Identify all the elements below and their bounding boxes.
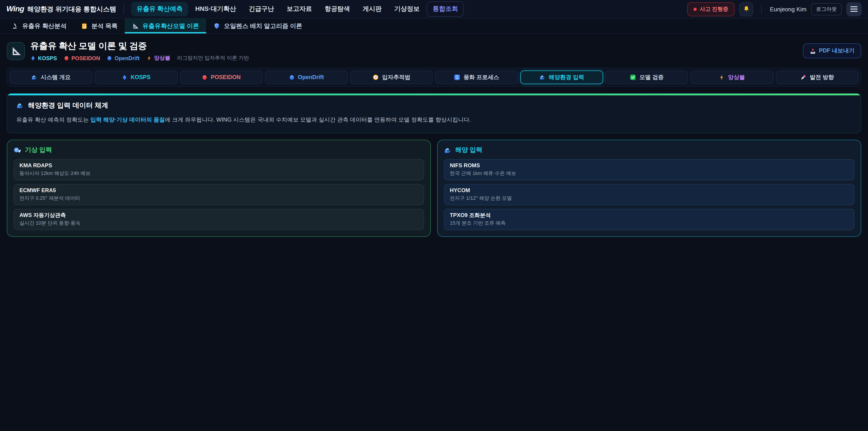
chip-label: POSEIDON bbox=[211, 74, 241, 81]
nav-item-integrated-search[interactable]: 통합조회 bbox=[427, 1, 464, 17]
section-chip-system-overview[interactable]: 시스템 개요 bbox=[9, 70, 92, 84]
tab-label: 분석 목록 bbox=[92, 22, 118, 30]
tab-analysis-list[interactable]: 분석 목록 bbox=[74, 19, 125, 33]
banner-text-post: 에 크게 좌우됩니다. WING 시스템은 국내외 수치예보 모델과 실시간 관… bbox=[165, 117, 471, 123]
tab-spill-analysis[interactable]: 유출유 확산분석 bbox=[4, 19, 74, 33]
section-chip-particle-tracking[interactable]: 입자추적법 bbox=[350, 70, 433, 84]
badge-kosps: KOSPS bbox=[30, 55, 57, 61]
incident-status-badge[interactable]: 사고 진행중 bbox=[687, 2, 735, 16]
list-item-ecmwf-era5: ECMWF ERA5 전지구 0.25° 재분석 데이터 bbox=[13, 184, 424, 205]
page-icon-box bbox=[7, 42, 25, 60]
tab-spill-model-theory[interactable]: 유출유확산모델 이론 bbox=[125, 19, 206, 33]
ocean-input-card: 해양 입력 NIFS ROMS 한국 근해 1km 해류·수온 예보 HYCOM… bbox=[437, 140, 861, 237]
nav-item-aerial-search[interactable]: 항공탐색 bbox=[319, 2, 355, 16]
list-item-nifs-roms: NIFS ROMS 한국 근해 1km 해류·수온 예보 bbox=[444, 159, 855, 181]
chip-label: OpenDrift bbox=[298, 74, 324, 81]
app-logo: Wing 해양환경 위기대응 통합시스템 bbox=[6, 4, 116, 13]
item-name: AWS 자동기상관측 bbox=[20, 212, 418, 219]
item-name: KMA RDAPS bbox=[20, 162, 418, 169]
tab-label: 오일펜스 배치 알고리즘 이론 bbox=[224, 22, 303, 30]
primary-nav: 유출유 확산예측 HNS·대기확산 긴급구난 보고자료 항공탐색 게시판 기상정… bbox=[131, 1, 464, 17]
nav-item-hns-diffusion[interactable]: HNS·대기확산 bbox=[190, 2, 241, 16]
banner-title: 해양환경 입력 데이터 체계 bbox=[28, 101, 108, 110]
list-item-tpxo9: TPXO9 조화분석 15개 분조 기반 조류 예측 bbox=[444, 209, 855, 230]
badge-opendrift: OpenDrift bbox=[107, 55, 140, 61]
ocean-card-title: 해양 입력 bbox=[455, 146, 483, 154]
page-header-text: 유출유 확산 모델 이론 및 검증 KOSPS POSEIDON OpenDri… bbox=[30, 40, 249, 62]
item-desc: 전지구 1/12° 해양 순환 모델 bbox=[450, 195, 848, 202]
section-chip-weathering-process[interactable]: 풍화 프로세스 bbox=[435, 70, 518, 84]
export-tray-icon bbox=[809, 48, 816, 54]
item-name: ECMWF ERA5 bbox=[20, 187, 418, 194]
item-name: HYCOM bbox=[450, 187, 848, 194]
pdf-export-button[interactable]: PDF 내보내기 bbox=[803, 43, 861, 58]
weather-items: KMA RDAPS 동아시아 12km 해상도·24h 예보 ECMWF ERA… bbox=[13, 159, 424, 230]
wave-icon bbox=[539, 74, 546, 81]
banner-text-pre: 유출유 확산 예측의 정확도는 bbox=[16, 117, 90, 123]
nav-item-oil-spill-prediction[interactable]: 유출유 확산예측 bbox=[131, 2, 188, 16]
diamond-icon bbox=[122, 74, 127, 80]
section-chip-model-validation[interactable]: 모델 검증 bbox=[605, 70, 688, 84]
section-nav: 시스템 개요 KOSPS POSEIDON OpenDrift 입자추적법 bbox=[7, 68, 861, 87]
logo-wordmark: Wing bbox=[6, 4, 24, 13]
check-icon bbox=[630, 74, 636, 81]
chip-label: 입자추적법 bbox=[382, 73, 410, 81]
section-chip-opendrift[interactable]: OpenDrift bbox=[265, 70, 348, 84]
section-chip-poseidon[interactable]: POSEIDON bbox=[180, 70, 263, 84]
blue-circle-icon bbox=[289, 74, 294, 80]
section-chip-future-direction[interactable]: 발전 방향 bbox=[776, 70, 859, 84]
list-item-hycom: HYCOM 전지구 1/12° 해양 순환 모델 bbox=[444, 184, 855, 205]
item-desc: 실시간 10분 단위 풍향·풍속 bbox=[20, 220, 418, 226]
lightning-icon bbox=[719, 74, 725, 80]
hamburger-icon bbox=[850, 8, 858, 9]
section-chip-ensemble[interactable]: 앙상블 bbox=[690, 70, 774, 84]
nav-item-reports[interactable]: 보고자료 bbox=[281, 2, 317, 16]
weather-card-title: 기상 입력 bbox=[25, 146, 52, 154]
weather-input-card: 기상 입력 KMA RDAPS 동아시아 12km 해상도·24h 예보 ECM… bbox=[7, 140, 431, 237]
badge-poseidon: POSEIDON bbox=[64, 55, 100, 61]
badge-ensemble: 앙상블 bbox=[146, 54, 170, 62]
nav-item-board[interactable]: 게시판 bbox=[357, 2, 387, 16]
wave-icon bbox=[444, 147, 452, 154]
banner-description: 유출유 확산 예측의 정확도는 입력 해양·기상 데이터의 품질에 크게 좌우됩… bbox=[16, 116, 852, 125]
incident-dot-icon bbox=[693, 7, 696, 11]
tab-oil-fence-algorithm[interactable]: 오일펜스 배치 알고리즘 이론 bbox=[206, 19, 310, 33]
chip-label: 앙상블 bbox=[728, 73, 745, 81]
divider bbox=[761, 4, 762, 13]
notifications-button[interactable] bbox=[739, 2, 753, 16]
logout-button[interactable]: 로그아웃 bbox=[811, 3, 842, 15]
item-desc: 전지구 0.25° 재분석 데이터 bbox=[20, 195, 418, 202]
nav-item-weather-info[interactable]: 기상정보 bbox=[389, 2, 425, 16]
triangle-ruler-icon bbox=[132, 23, 139, 29]
tab-label: 유출유확산모델 이론 bbox=[143, 22, 199, 30]
badge-label: OpenDrift bbox=[115, 55, 140, 61]
item-desc: 한국 근해 1km 해류·수온 예보 bbox=[450, 171, 848, 177]
item-name: TPXO9 조화분석 bbox=[450, 212, 848, 219]
user-name: Eunjeong Kim bbox=[770, 6, 807, 12]
section-chip-kosps[interactable]: KOSPS bbox=[95, 70, 178, 84]
clipboard-icon bbox=[81, 23, 88, 29]
topbar-right-group: 사고 진행중 Eunjeong Kim 로그아웃 bbox=[687, 2, 862, 16]
incident-label: 사고 진행중 bbox=[700, 5, 728, 13]
page-subtitle-note: 라그랑지안 입자추적 이론 기반 bbox=[177, 55, 249, 61]
lightning-icon bbox=[146, 55, 152, 61]
red-circle-icon bbox=[202, 74, 208, 80]
page-header: 유출유 확산 모델 이론 및 검증 KOSPS POSEIDON OpenDri… bbox=[7, 40, 861, 62]
section-chip-marine-env-input[interactable]: 해양환경 입력 bbox=[520, 70, 603, 84]
chip-label: 발전 방향 bbox=[810, 73, 834, 81]
chip-label: 해양환경 입력 bbox=[549, 73, 584, 81]
tab-label: 유출유 확산분석 bbox=[22, 22, 67, 30]
item-name: NIFS ROMS bbox=[450, 162, 848, 169]
badge-label: KOSPS bbox=[38, 55, 57, 61]
triangle-ruler-icon bbox=[10, 45, 21, 56]
rocket-icon bbox=[800, 74, 807, 81]
pdf-export-label: PDF 내보내기 bbox=[819, 47, 855, 55]
nav-item-emergency-rescue[interactable]: 긴급구난 bbox=[243, 2, 279, 16]
bell-icon bbox=[743, 5, 750, 13]
cycle-icon bbox=[454, 74, 460, 81]
menu-button[interactable] bbox=[846, 2, 862, 16]
page-title: 유출유 확산 모델 이론 및 검증 bbox=[30, 40, 249, 52]
weather-card-title-row: 기상 입력 bbox=[13, 146, 424, 154]
compass-icon bbox=[373, 74, 379, 81]
input-data-cards: 기상 입력 KMA RDAPS 동아시아 12km 해상도·24h 예보 ECM… bbox=[7, 140, 861, 237]
